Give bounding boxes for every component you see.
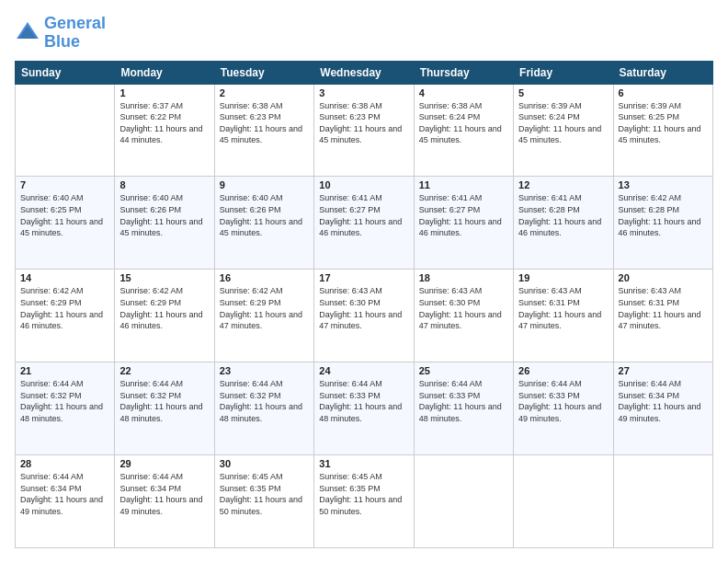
sunrise-label: Sunrise: 6:42 AM	[20, 286, 84, 295]
weekday-header-tuesday: Tuesday	[214, 61, 313, 84]
sunrise-label: Sunrise: 6:45 AM	[220, 472, 283, 481]
day-number: 4	[419, 87, 508, 98]
calendar-cell: 17 Sunrise: 6:43 AM Sunset: 6:30 PM Dayl…	[314, 270, 414, 362]
day-number: 21	[20, 365, 109, 376]
day-number: 10	[319, 179, 408, 190]
daylight-label: Daylight: 11 hours and 47 minutes.	[220, 310, 302, 331]
sunrise-label: Sunrise: 6:40 AM	[20, 193, 84, 202]
week-row-5: 28 Sunrise: 6:44 AM Sunset: 6:34 PM Dayl…	[16, 455, 713, 548]
sunset-label: Sunset: 6:32 PM	[119, 391, 181, 400]
calendar-cell: 26 Sunrise: 6:44 AM Sunset: 6:33 PM Dayl…	[514, 362, 613, 455]
sunset-label: Sunset: 6:25 PM	[20, 205, 82, 214]
cell-content: Sunrise: 6:41 AM Sunset: 6:28 PM Dayligh…	[518, 192, 608, 238]
day-number: 22	[119, 365, 209, 376]
sunrise-label: Sunrise: 6:43 AM	[619, 286, 682, 295]
cell-content: Sunrise: 6:41 AM Sunset: 6:27 PM Dayligh…	[419, 192, 508, 238]
week-row-3: 14 Sunrise: 6:42 AM Sunset: 6:29 PM Dayl…	[16, 270, 713, 362]
cell-content: Sunrise: 6:42 AM Sunset: 6:29 PM Dayligh…	[20, 285, 109, 331]
day-number: 6	[619, 87, 708, 98]
daylight-label: Daylight: 11 hours and 47 minutes.	[619, 310, 701, 331]
sunset-label: Sunset: 6:33 PM	[319, 391, 381, 400]
calendar-cell: 31 Sunrise: 6:45 AM Sunset: 6:35 PM Dayl…	[314, 455, 414, 548]
sunset-label: Sunset: 6:29 PM	[20, 298, 82, 307]
daylight-label: Daylight: 11 hours and 47 minutes.	[319, 310, 402, 331]
sunrise-label: Sunrise: 6:44 AM	[119, 472, 183, 481]
cell-content: Sunrise: 6:42 AM Sunset: 6:29 PM Dayligh…	[220, 285, 309, 331]
day-number: 25	[419, 365, 508, 376]
cell-content: Sunrise: 6:38 AM Sunset: 6:24 PM Dayligh…	[419, 100, 508, 146]
calendar-cell: 3 Sunrise: 6:38 AM Sunset: 6:23 PM Dayli…	[314, 84, 414, 177]
sunset-label: Sunset: 6:34 PM	[619, 391, 680, 400]
calendar-cell: 25 Sunrise: 6:44 AM Sunset: 6:33 PM Dayl…	[414, 362, 513, 455]
cell-content: Sunrise: 6:39 AM Sunset: 6:24 PM Dayligh…	[518, 100, 608, 146]
calendar-cell: 21 Sunrise: 6:44 AM Sunset: 6:32 PM Dayl…	[16, 362, 115, 455]
sunset-label: Sunset: 6:29 PM	[119, 298, 181, 307]
sunset-label: Sunset: 6:24 PM	[518, 112, 580, 121]
cell-content: Sunrise: 6:44 AM Sunset: 6:32 PM Dayligh…	[20, 378, 109, 424]
cell-content: Sunrise: 6:44 AM Sunset: 6:34 PM Dayligh…	[619, 378, 708, 424]
calendar-cell: 9 Sunrise: 6:40 AM Sunset: 6:26 PM Dayli…	[214, 177, 313, 270]
day-number: 26	[518, 365, 608, 376]
cell-content: Sunrise: 6:38 AM Sunset: 6:23 PM Dayligh…	[220, 100, 309, 146]
day-number: 16	[220, 272, 309, 283]
daylight-label: Daylight: 11 hours and 49 minutes.	[619, 402, 701, 423]
sunset-label: Sunset: 6:30 PM	[319, 298, 381, 307]
calendar-cell: 8 Sunrise: 6:40 AM Sunset: 6:26 PM Dayli…	[115, 177, 214, 270]
cell-content: Sunrise: 6:44 AM Sunset: 6:33 PM Dayligh…	[518, 378, 608, 424]
calendar-cell: 24 Sunrise: 6:44 AM Sunset: 6:33 PM Dayl…	[314, 362, 414, 455]
logo-text: General Blue	[44, 15, 106, 52]
sunset-label: Sunset: 6:24 PM	[419, 112, 481, 121]
sunset-label: Sunset: 6:27 PM	[419, 205, 481, 214]
calendar-cell	[613, 455, 712, 548]
cell-content: Sunrise: 6:39 AM Sunset: 6:25 PM Dayligh…	[619, 100, 708, 146]
daylight-label: Daylight: 11 hours and 48 minutes.	[419, 402, 502, 423]
daylight-label: Daylight: 11 hours and 45 minutes.	[220, 124, 302, 145]
sunrise-label: Sunrise: 6:44 AM	[619, 379, 682, 388]
cell-content: Sunrise: 6:44 AM Sunset: 6:33 PM Dayligh…	[319, 378, 408, 424]
cell-content: Sunrise: 6:43 AM Sunset: 6:30 PM Dayligh…	[319, 285, 408, 331]
sunset-label: Sunset: 6:29 PM	[220, 298, 281, 307]
cell-content: Sunrise: 6:43 AM Sunset: 6:30 PM Dayligh…	[419, 285, 508, 331]
calendar-cell: 16 Sunrise: 6:42 AM Sunset: 6:29 PM Dayl…	[214, 270, 313, 362]
logo-icon	[15, 20, 40, 46]
sunrise-label: Sunrise: 6:44 AM	[20, 472, 84, 481]
calendar-cell	[414, 455, 513, 548]
cell-content: Sunrise: 6:43 AM Sunset: 6:31 PM Dayligh…	[619, 285, 708, 331]
day-number: 23	[220, 365, 309, 376]
cell-content: Sunrise: 6:44 AM Sunset: 6:32 PM Dayligh…	[220, 378, 309, 424]
daylight-label: Daylight: 11 hours and 47 minutes.	[419, 310, 502, 331]
daylight-label: Daylight: 11 hours and 45 minutes.	[419, 124, 502, 145]
sunset-label: Sunset: 6:22 PM	[119, 112, 181, 121]
day-number: 2	[220, 87, 309, 98]
day-number: 8	[119, 179, 209, 190]
daylight-label: Daylight: 11 hours and 45 minutes.	[20, 217, 103, 238]
sunset-label: Sunset: 6:27 PM	[319, 205, 381, 214]
day-number: 31	[319, 458, 408, 469]
day-number: 27	[619, 365, 708, 376]
cell-content: Sunrise: 6:40 AM Sunset: 6:25 PM Dayligh…	[20, 192, 109, 238]
calendar-cell: 6 Sunrise: 6:39 AM Sunset: 6:25 PM Dayli…	[613, 84, 712, 177]
day-number: 30	[220, 458, 309, 469]
daylight-label: Daylight: 11 hours and 50 minutes.	[319, 495, 402, 516]
calendar-cell: 10 Sunrise: 6:41 AM Sunset: 6:27 PM Dayl…	[314, 177, 414, 270]
calendar-cell: 1 Sunrise: 6:37 AM Sunset: 6:22 PM Dayli…	[115, 84, 214, 177]
day-number: 12	[518, 179, 608, 190]
daylight-label: Daylight: 11 hours and 46 minutes.	[419, 217, 502, 238]
calendar-cell: 27 Sunrise: 6:44 AM Sunset: 6:34 PM Dayl…	[613, 362, 712, 455]
daylight-label: Daylight: 11 hours and 46 minutes.	[619, 217, 701, 238]
calendar-cell	[16, 84, 115, 177]
sunrise-label: Sunrise: 6:43 AM	[319, 286, 382, 295]
day-number: 7	[20, 179, 109, 190]
header: General Blue	[15, 15, 713, 52]
sunset-label: Sunset: 6:32 PM	[20, 391, 82, 400]
day-number: 28	[20, 458, 109, 469]
day-number: 14	[20, 272, 109, 283]
cell-content: Sunrise: 6:37 AM Sunset: 6:22 PM Dayligh…	[119, 100, 209, 146]
sunset-label: Sunset: 6:31 PM	[518, 298, 580, 307]
daylight-label: Daylight: 11 hours and 49 minutes.	[518, 402, 601, 423]
weekday-header-friday: Friday	[514, 61, 613, 84]
daylight-label: Daylight: 11 hours and 45 minutes.	[619, 124, 701, 145]
calendar-cell: 30 Sunrise: 6:45 AM Sunset: 6:35 PM Dayl…	[214, 455, 313, 548]
daylight-label: Daylight: 11 hours and 45 minutes.	[319, 124, 402, 145]
week-row-2: 7 Sunrise: 6:40 AM Sunset: 6:25 PM Dayli…	[16, 177, 713, 270]
